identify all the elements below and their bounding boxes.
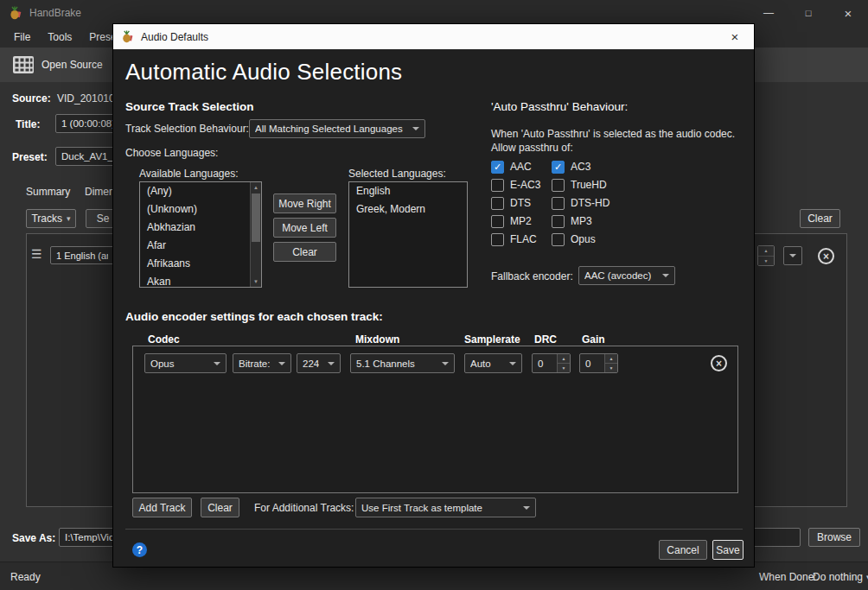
add-track-button[interactable]: Add Track: [132, 498, 192, 517]
mixdown-select[interactable]: 5.1 Channels: [350, 353, 455, 373]
passthru-checkbox-mp3[interactable]: MP3: [552, 214, 610, 228]
col-samplerate: Samplerate: [464, 333, 520, 346]
dialog-titlebar: Audio Defaults ×: [113, 24, 754, 49]
save-button[interactable]: Save: [712, 540, 744, 560]
remove-track-button[interactable]: ×: [711, 355, 727, 371]
chevron-down-icon: [662, 274, 669, 277]
encoder-track-list: Opus Bitrate: 224 5.1 Channels Auto 0: [132, 346, 738, 493]
bitrate-select[interactable]: 224: [297, 353, 341, 373]
spin-up-icon[interactable]: ▲: [758, 246, 774, 257]
help-button[interactable]: ?: [132, 542, 147, 557]
when-done-label: When Done:: [759, 571, 817, 583]
passthru-checkbox-dts[interactable]: DTS: [491, 196, 552, 210]
additional-tracks-select[interactable]: Use First Track as template: [355, 498, 536, 517]
samplerate-select[interactable]: Auto: [464, 353, 522, 373]
track-source-select[interactable]: 1 English (am: [50, 246, 114, 264]
main-clear-button[interactable]: Clear: [800, 209, 840, 228]
chevron-down-icon: [412, 127, 419, 130]
dialog-close-button[interactable]: ×: [716, 24, 754, 49]
scroll-up-icon[interactable]: ▲: [251, 182, 261, 193]
spin-up-icon[interactable]: ▲: [605, 354, 617, 364]
open-source-button[interactable]: Open Source: [3, 50, 112, 79]
minimize-button[interactable]: —: [749, 0, 788, 26]
save-as-input[interactable]: I:\Temp\Vid: [59, 528, 116, 547]
spin-down-icon[interactable]: ▼: [558, 364, 570, 372]
list-item[interactable]: (Unknown): [140, 200, 261, 219]
list-item[interactable]: (Any): [140, 182, 261, 200]
maximize-button[interactable]: □: [788, 0, 828, 26]
chevron-down-icon: [523, 506, 530, 510]
open-source-label: Open Source: [41, 59, 103, 71]
passthru-checkbox-truehd[interactable]: TrueHD: [552, 178, 610, 192]
behaviour-select[interactable]: All Matching Selected Languages: [249, 119, 425, 138]
move-right-button[interactable]: Move Right: [273, 193, 336, 213]
when-done-select[interactable]: Do nothing ▾: [813, 571, 868, 583]
passthru-checkbox-flac[interactable]: FLAC: [491, 232, 552, 246]
list-item[interactable]: Greek, Modern: [349, 200, 467, 219]
passthru-checkbox-aac[interactable]: AAC: [491, 160, 552, 174]
languages-clear-button[interactable]: Clear: [273, 242, 336, 262]
checkbox-icon[interactable]: [552, 215, 565, 228]
source-track-selection-heading: Source Track Selection: [125, 100, 254, 113]
close-button[interactable]: ×: [828, 0, 868, 26]
checkbox-icon[interactable]: [491, 215, 504, 228]
checkbox-icon[interactable]: [552, 197, 565, 210]
list-item[interactable]: Abkhazian: [140, 219, 261, 237]
list-item[interactable]: English: [349, 182, 467, 200]
film-slate-icon: [12, 55, 35, 74]
fallback-encoder-select[interactable]: AAC (avcodec): [578, 266, 675, 285]
scroll-down-icon[interactable]: ▼: [251, 276, 261, 287]
dialog-heading: Automatic Audio Selections: [125, 59, 402, 86]
tab-summary[interactable]: Summary: [26, 186, 70, 198]
chevron-down-icon: [328, 362, 335, 365]
checkbox-icon[interactable]: [491, 197, 504, 210]
spin-down-icon[interactable]: ▼: [758, 257, 774, 266]
source-label: Source:: [12, 92, 51, 105]
auto-passthru-heading: 'Auto Passthru' Behaviour:: [491, 100, 628, 113]
handbrake-logo-icon: [9, 6, 22, 20]
passthru-checkbox-ac3[interactable]: AC3: [552, 160, 610, 174]
tracks-clear-button[interactable]: Clear: [201, 498, 239, 517]
chevron-down-icon: [509, 362, 516, 365]
cancel-button[interactable]: Cancel: [659, 540, 707, 560]
spin-up-icon[interactable]: ▲: [558, 354, 570, 364]
passthru-checkbox-opus[interactable]: Opus: [552, 232, 610, 246]
track-mini-select[interactable]: [783, 246, 802, 265]
checkbox-icon[interactable]: [552, 179, 565, 192]
encoder-settings-heading: Audio encoder settings for each chosen t…: [125, 310, 383, 323]
checkbox-icon[interactable]: [491, 233, 504, 246]
handbrake-window: HandBrake — □ × File Tools Presets: [0, 0, 868, 590]
passthru-checkbox-eac3[interactable]: E-AC3: [491, 178, 552, 192]
list-item[interactable]: Afrikaans: [140, 255, 261, 273]
checkbox-icon[interactable]: [491, 179, 504, 192]
tracks-button[interactable]: Tracks ▾: [26, 209, 76, 228]
handbrake-logo-icon: [121, 30, 134, 43]
drc-spinner[interactable]: 0 ▲ ▼: [532, 353, 571, 373]
passthru-checkbox-dtshd[interactable]: DTS-HD: [552, 196, 610, 210]
spin-down-icon[interactable]: ▼: [605, 364, 617, 372]
track-remove-button[interactable]: ×: [818, 248, 834, 264]
rate-type-select[interactable]: Bitrate:: [233, 353, 291, 373]
drag-handle-icon[interactable]: ☰: [31, 247, 42, 261]
col-mixdown: Mixdown: [355, 333, 399, 346]
menu-tools[interactable]: Tools: [41, 29, 79, 46]
scrollbar-thumb[interactable]: [252, 193, 260, 242]
checkbox-icon[interactable]: [552, 161, 565, 174]
checkbox-icon[interactable]: [552, 233, 565, 246]
checkbox-icon[interactable]: [491, 161, 504, 174]
move-left-button[interactable]: Move Left: [273, 218, 336, 238]
track-gain-spinner[interactable]: ▲ ▼: [757, 245, 775, 266]
col-drc: DRC: [534, 333, 557, 346]
selected-languages-list: English Greek, Modern: [348, 181, 468, 288]
passthru-checkbox-mp2[interactable]: MP2: [491, 214, 552, 228]
gain-spinner[interactable]: 0 ▲ ▼: [579, 353, 618, 373]
scrollbar[interactable]: ▲ ▼: [250, 182, 261, 287]
menu-file[interactable]: File: [7, 29, 37, 46]
browse-button[interactable]: Browse: [808, 528, 860, 547]
codec-select[interactable]: Opus: [144, 353, 227, 373]
list-item[interactable]: Afar: [140, 237, 261, 255]
col-codec: Codec: [148, 333, 180, 346]
title-label: Title:: [16, 118, 40, 130]
list-item[interactable]: Akan: [140, 273, 261, 288]
choose-languages-label: Choose Languages:: [125, 147, 218, 159]
